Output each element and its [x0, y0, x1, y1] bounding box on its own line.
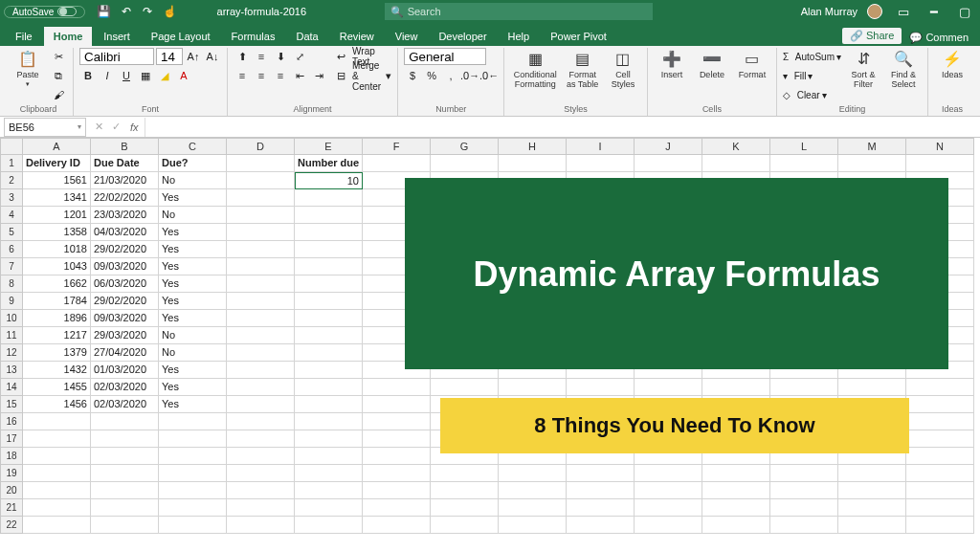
- orientation-icon[interactable]: ⤢: [291, 48, 308, 65]
- cell[interactable]: 1043: [23, 258, 91, 276]
- cell[interactable]: [159, 448, 227, 465]
- cell[interactable]: 1896: [23, 310, 91, 327]
- cell[interactable]: 1217: [23, 327, 91, 344]
- avatar[interactable]: [867, 4, 882, 19]
- cell[interactable]: [295, 310, 363, 327]
- cell[interactable]: [295, 430, 363, 448]
- cell[interactable]: [906, 396, 974, 413]
- cell[interactable]: [702, 465, 770, 482]
- row-header-6[interactable]: 6: [0, 241, 23, 258]
- cell[interactable]: 10: [295, 172, 363, 189]
- ideas-button[interactable]: ⚡Ideas: [934, 48, 970, 82]
- cell[interactable]: [431, 517, 499, 534]
- cell[interactable]: 1662: [23, 276, 91, 293]
- cell[interactable]: [227, 448, 295, 465]
- cell[interactable]: [770, 155, 838, 172]
- cell[interactable]: No: [159, 344, 227, 362]
- col-header-H[interactable]: H: [499, 138, 567, 155]
- cell[interactable]: 02/03/2020: [91, 379, 159, 396]
- cell[interactable]: [295, 448, 363, 465]
- cell[interactable]: [227, 172, 295, 189]
- comma-icon[interactable]: ,: [442, 67, 459, 84]
- cell[interactable]: [295, 276, 363, 293]
- select-all-corner[interactable]: [0, 138, 23, 155]
- col-header-K[interactable]: K: [702, 138, 770, 155]
- increase-indent-icon[interactable]: ⇥: [310, 67, 327, 84]
- format-as-table-button[interactable]: ▤Format as Table: [565, 48, 601, 92]
- col-header-N[interactable]: N: [906, 138, 974, 155]
- cell[interactable]: [702, 499, 770, 517]
- maximize-icon[interactable]: ▢: [953, 5, 976, 19]
- cell[interactable]: [635, 499, 702, 517]
- cell[interactable]: [770, 482, 838, 499]
- cell[interactable]: [295, 482, 363, 499]
- cell[interactable]: 1456: [23, 396, 91, 413]
- cell[interactable]: [363, 379, 431, 396]
- share-button[interactable]: 🔗 Share: [842, 28, 902, 44]
- cell[interactable]: [91, 482, 159, 499]
- cell[interactable]: Yes: [159, 379, 227, 396]
- cell[interactable]: [431, 482, 499, 499]
- cell[interactable]: [702, 155, 770, 172]
- row-header-4[interactable]: 4: [0, 207, 23, 224]
- cell[interactable]: [227, 327, 295, 344]
- tab-powerpivot[interactable]: Power Pivot: [541, 27, 616, 46]
- cell[interactable]: [906, 482, 974, 499]
- cell[interactable]: 27/04/2020: [91, 344, 159, 362]
- cell[interactable]: [499, 155, 567, 172]
- cell[interactable]: [295, 362, 363, 379]
- autosave-toggle[interactable]: AutoSave: [4, 6, 85, 18]
- accept-formula-icon[interactable]: ✓: [107, 119, 124, 136]
- find-select-button[interactable]: 🔍Find & Select: [885, 48, 922, 92]
- cell[interactable]: [499, 517, 567, 534]
- cell[interactable]: [91, 499, 159, 517]
- decrease-indent-icon[interactable]: ⇤: [291, 67, 308, 84]
- col-header-I[interactable]: I: [567, 138, 635, 155]
- tab-help[interactable]: Help: [499, 27, 540, 46]
- cell[interactable]: 22/02/2020: [91, 189, 159, 207]
- cell[interactable]: Yes: [159, 293, 227, 310]
- row-header-18[interactable]: 18: [0, 448, 23, 465]
- align-middle-icon[interactable]: ≡: [253, 48, 270, 65]
- col-header-B[interactable]: B: [91, 138, 159, 155]
- cell[interactable]: 1201: [23, 207, 91, 224]
- cell[interactable]: [499, 499, 567, 517]
- cell[interactable]: [363, 448, 431, 465]
- row-header-1[interactable]: 1: [0, 155, 23, 172]
- cell[interactable]: [227, 362, 295, 379]
- cancel-formula-icon[interactable]: ✕: [90, 119, 107, 136]
- cell[interactable]: [567, 155, 635, 172]
- cell[interactable]: 1432: [23, 362, 91, 379]
- cell[interactable]: Yes: [159, 189, 227, 207]
- row-header-2[interactable]: 2: [0, 172, 23, 189]
- cell[interactable]: [906, 430, 974, 448]
- decrease-font-icon[interactable]: A↓: [204, 48, 221, 65]
- col-header-C[interactable]: C: [159, 138, 227, 155]
- tab-formulas[interactable]: Formulas: [222, 27, 285, 46]
- insert-cells-button[interactable]: ➕Insert: [654, 48, 690, 82]
- cell[interactable]: Yes: [159, 241, 227, 258]
- cell[interactable]: 1358: [23, 224, 91, 241]
- cell[interactable]: [91, 430, 159, 448]
- cell[interactable]: [23, 517, 91, 534]
- clear-button[interactable]: ◇ Clear ▾: [783, 86, 841, 103]
- cell[interactable]: 23/03/2020: [91, 207, 159, 224]
- cell[interactable]: [906, 413, 974, 430]
- row-header-20[interactable]: 20: [0, 482, 23, 499]
- row-header-10[interactable]: 10: [0, 310, 23, 327]
- cell[interactable]: [363, 396, 431, 413]
- user-name[interactable]: Alan Murray: [801, 6, 858, 17]
- tab-view[interactable]: View: [386, 27, 428, 46]
- cell[interactable]: [295, 379, 363, 396]
- comments-button[interactable]: 💬 Commen: [903, 30, 974, 46]
- cell[interactable]: [227, 499, 295, 517]
- cell[interactable]: 1018: [23, 241, 91, 258]
- border-icon[interactable]: ▦: [137, 67, 154, 84]
- cell[interactable]: [227, 293, 295, 310]
- cell[interactable]: [770, 465, 838, 482]
- cell[interactable]: [295, 396, 363, 413]
- col-header-E[interactable]: E: [295, 138, 363, 155]
- undo-icon[interactable]: ↶: [122, 5, 131, 18]
- cell[interactable]: [499, 465, 567, 482]
- cell[interactable]: [295, 499, 363, 517]
